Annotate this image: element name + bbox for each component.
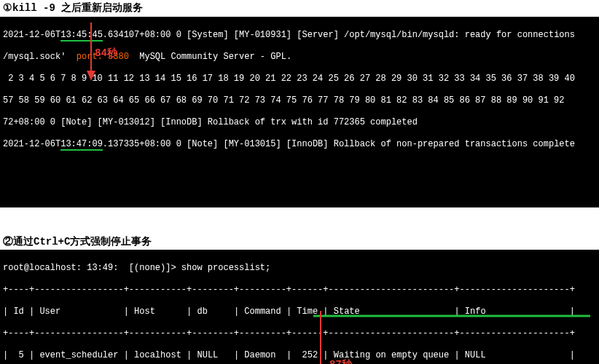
section1-heading: ①kill -9 之后重新启动服务 bbox=[0, 0, 599, 17]
col-host: Host bbox=[134, 306, 155, 317]
log-line: 2 3 4 5 6 7 8 9 10 11 12 13 14 15 16 17 … bbox=[3, 74, 596, 84]
col-info: Info bbox=[465, 306, 486, 317]
terminal-block-2: root@localhost: 13:49: [(none)]> show pr… bbox=[0, 250, 599, 364]
log-text: .137335+08:00 0 [Note] [MY-013015] [Inno… bbox=[103, 139, 575, 149]
col-time: Time bbox=[297, 306, 318, 317]
table-border: +----+-----------------+-----------+----… bbox=[3, 285, 596, 296]
col-command: Command bbox=[244, 306, 281, 317]
log-text: 2021-12-06T bbox=[3, 139, 60, 149]
log-text: /mysql.sock' bbox=[3, 52, 77, 62]
terminal-block-1: 2021-12-06T13:45:45.634107+08:00 0 [Syst… bbox=[0, 17, 599, 207]
table-border: +----+-----------------+-----------+----… bbox=[3, 328, 596, 339]
log-line: 72+08:00 0 [Note] [MY-013012] [InnoDB] R… bbox=[3, 117, 596, 128]
prompt-line: root@localhost: 13:49: [(none)]> show pr… bbox=[3, 263, 596, 274]
col-db: db bbox=[197, 306, 207, 317]
timestamp-end: 13:47:09 bbox=[60, 139, 103, 151]
section2-heading: ②通过Ctrl+C方式强制停止事务 bbox=[0, 234, 599, 250]
log-line: 2021-12-06T13:47:09.137335+08:00 0 [Note… bbox=[3, 139, 596, 150]
table-row: | 5 | event_scheduler | localhost | NULL… bbox=[3, 350, 596, 361]
log-line: 57 58 59 60 61 62 63 64 65 66 67 68 69 7… bbox=[3, 95, 596, 106]
col-state: State bbox=[334, 306, 360, 317]
port-highlight: port: 3380 bbox=[77, 52, 129, 62]
col-id: Id bbox=[13, 306, 23, 317]
log-line: 2021-12-06T13:45:45.634107+08:00 0 [Syst… bbox=[3, 30, 596, 41]
log-text: MySQL Community Server - GPL. bbox=[129, 52, 291, 62]
timestamp-start: 13:45:45 bbox=[60, 30, 103, 41]
log-line: /mysql.sock' port: 3380 MySQL Community … bbox=[3, 52, 596, 63]
table-header-row: | Id | User | Host | db | Command | Time… bbox=[3, 306, 596, 317]
col-user: User bbox=[39, 306, 60, 317]
